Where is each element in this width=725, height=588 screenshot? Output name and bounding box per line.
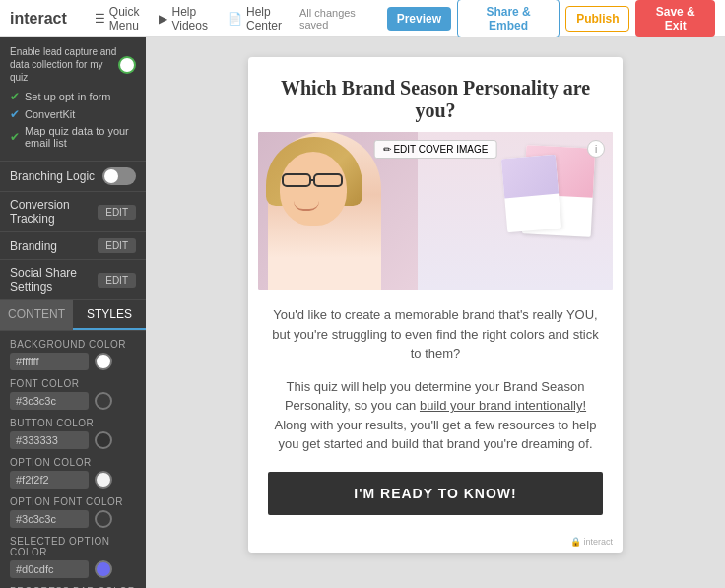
publish-btn[interactable]: Publish bbox=[565, 6, 629, 32]
selected-option-color-swatch[interactable] bbox=[95, 560, 112, 578]
help-center-btn[interactable]: 📄 Help Center bbox=[220, 1, 290, 36]
checklist-optin-label: Set up opt-in form bbox=[25, 91, 110, 102]
branding-edit-btn[interactable]: EDIT bbox=[98, 238, 136, 253]
top-nav: ☰ Quick Menu ▶ Help Videos 📄 Help Center bbox=[87, 1, 290, 36]
button-color-input-row bbox=[10, 431, 136, 449]
font-color-input[interactable] bbox=[10, 392, 89, 410]
selected-option-color-row: SELECTED OPTION COLOR bbox=[10, 536, 136, 578]
quiz-brand-label: 🔒 interact bbox=[570, 537, 613, 547]
background-color-swatch[interactable] bbox=[95, 353, 112, 370]
quiz-description-2: This quiz will help you determine your B… bbox=[268, 377, 603, 454]
option-font-color-input-row bbox=[10, 510, 136, 528]
save-status: All changes saved bbox=[299, 7, 381, 31]
button-color-label: BUTTON COLOR bbox=[10, 418, 136, 428]
branching-logic-toggle[interactable] bbox=[102, 167, 136, 185]
lead-capture-label: Enable lead capture and data collection … bbox=[10, 45, 118, 84]
branding-row: Branding EDIT bbox=[0, 232, 146, 260]
background-color-row: BACKGROUND COLOR bbox=[10, 339, 136, 370]
font-color-input-row bbox=[10, 392, 136, 410]
option-font-color-input[interactable] bbox=[10, 510, 89, 528]
check-icon-map: ✔ bbox=[10, 130, 20, 144]
book-icon: 📄 bbox=[228, 12, 242, 26]
checklist-item-optin: ✔ Set up opt-in form bbox=[10, 90, 136, 103]
selected-option-color-input-row bbox=[10, 560, 136, 578]
font-color-swatch[interactable] bbox=[95, 392, 112, 410]
conversion-tracking-row: Conversion Tracking EDIT bbox=[0, 192, 146, 232]
card-image-2 bbox=[501, 155, 559, 199]
preview-btn[interactable]: Preview bbox=[387, 7, 451, 31]
option-font-color-row: OPTION FONT COLOR bbox=[10, 496, 136, 528]
button-color-swatch[interactable] bbox=[95, 431, 112, 449]
selected-option-color-input[interactable] bbox=[10, 560, 89, 578]
button-color-row: BUTTON COLOR bbox=[10, 418, 136, 449]
glasses-left bbox=[282, 173, 311, 187]
logo: interact bbox=[10, 10, 67, 28]
background-color-input-row bbox=[10, 353, 136, 370]
content-area: Which Brand Season Personality are you? bbox=[146, 37, 725, 588]
conversion-tracking-edit-btn[interactable]: EDIT bbox=[98, 205, 136, 220]
save-exit-btn[interactable]: Save & Exit bbox=[635, 0, 715, 37]
check-icon-optin: ✔ bbox=[10, 90, 20, 103]
lead-capture-section: Enable lead capture and data collection … bbox=[0, 37, 146, 162]
branching-logic-label: Branching Logic bbox=[10, 169, 95, 183]
check-icon-convertkit: ✔ bbox=[10, 107, 20, 121]
color-settings: BACKGROUND COLOR FONT COLOR BUTTON COLOR bbox=[0, 331, 146, 588]
person-face bbox=[280, 152, 347, 226]
quick-menu-btn[interactable]: ☰ Quick Menu bbox=[87, 1, 148, 36]
conversion-tracking-label: Conversion Tracking bbox=[10, 198, 98, 226]
checklist-map-label: Map quiz data to your email list bbox=[25, 125, 136, 149]
hamburger-icon: ☰ bbox=[95, 12, 105, 26]
option-color-swatch[interactable] bbox=[95, 471, 112, 489]
help-videos-btn[interactable]: ▶ Help Videos bbox=[151, 1, 215, 36]
tab-styles[interactable]: STYLES bbox=[73, 300, 146, 330]
option-color-input-row bbox=[10, 471, 136, 489]
quiz-image-container: Brand ✏ EDIT COVER IMAGE i bbox=[258, 132, 613, 290]
info-icon-1[interactable]: i bbox=[587, 140, 605, 158]
button-color-input[interactable] bbox=[10, 431, 89, 449]
branching-toggle-knob bbox=[104, 169, 118, 183]
social-share-label: Social Share Settings bbox=[10, 266, 98, 294]
quiz-card: Which Brand Season Personality are you? bbox=[248, 57, 623, 553]
social-share-edit-btn[interactable]: EDIT bbox=[98, 273, 136, 288]
branding-label: Branding bbox=[10, 239, 57, 253]
option-font-color-label: OPTION FONT COLOR bbox=[10, 496, 136, 507]
top-right-actions: All changes saved Preview Share & Embed … bbox=[299, 0, 715, 38]
sidebar: Enable lead capture and data collection … bbox=[0, 37, 146, 588]
quiz-body: You'd like to create a memorable brand t… bbox=[248, 290, 623, 531]
quiz-footer: 🔒 interact bbox=[248, 531, 623, 553]
selected-option-color-label: SELECTED OPTION COLOR bbox=[10, 536, 136, 557]
moodboard-card-2 bbox=[501, 155, 561, 233]
play-icon: ▶ bbox=[159, 12, 167, 26]
quiz-description-1: You'd like to create a memorable brand t… bbox=[268, 305, 603, 363]
social-share-row: Social Share Settings EDIT bbox=[0, 260, 146, 300]
share-embed-btn[interactable]: Share & Embed bbox=[457, 0, 560, 38]
top-bar: interact ☰ Quick Menu ▶ Help Videos 📄 He… bbox=[0, 0, 725, 37]
quiz-cta-btn[interactable]: I'M READY TO KNOW! bbox=[268, 472, 603, 515]
quiz-title: Which Brand Season Personality are you? bbox=[248, 57, 623, 132]
font-color-row: FONT COLOR bbox=[10, 378, 136, 410]
background-color-input[interactable] bbox=[10, 353, 89, 370]
checklist-item-convertkit: ✔ ConvertKit bbox=[10, 107, 136, 121]
glasses-bridge bbox=[311, 179, 313, 181]
checklist-item-map: ✔ Map quiz data to your email list bbox=[10, 125, 136, 149]
underline-text: build your brand intentionally! bbox=[420, 398, 586, 413]
option-font-color-swatch[interactable] bbox=[95, 510, 112, 528]
background-color-label: BACKGROUND COLOR bbox=[10, 339, 136, 350]
option-color-row: OPTION COLOR bbox=[10, 457, 136, 489]
edit-cover-image-btn[interactable]: ✏ EDIT COVER IMAGE bbox=[374, 140, 497, 159]
lead-capture-toggle[interactable] bbox=[118, 56, 136, 74]
tab-content[interactable]: CONTENT bbox=[0, 300, 73, 330]
main-layout: Enable lead capture and data collection … bbox=[0, 37, 725, 588]
branching-logic-row: Branching Logic bbox=[0, 162, 146, 192]
glasses-right bbox=[313, 173, 343, 187]
sidebar-tabs: CONTENT STYLES bbox=[0, 300, 146, 331]
font-color-label: FONT COLOR bbox=[10, 378, 136, 389]
toggle-knob bbox=[120, 58, 134, 72]
checklist-convertkit-label: ConvertKit bbox=[25, 108, 75, 120]
option-color-label: OPTION COLOR bbox=[10, 457, 136, 468]
lead-capture-toggle-row: Enable lead capture and data collection … bbox=[10, 45, 136, 84]
option-color-input[interactable] bbox=[10, 471, 89, 489]
